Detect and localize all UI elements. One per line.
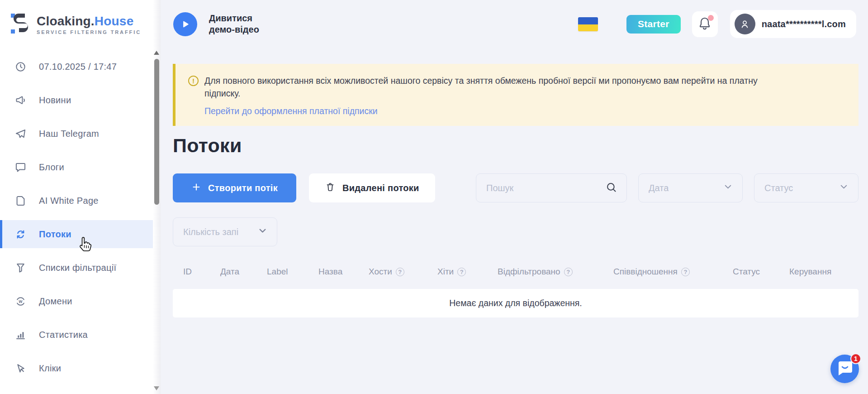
sidebar-item-streams[interactable]: Потоки [0, 220, 153, 248]
sidebar-item-label: Кліки [39, 363, 61, 374]
chat-bubble-icon [14, 161, 27, 173]
main-content: Дивитися демо-відео Starter naata*******… [161, 0, 868, 394]
user-menu[interactable]: naata**********l.com [730, 10, 856, 38]
sidebar-item-blogs[interactable]: Блоги [0, 153, 153, 181]
notifications-button[interactable] [692, 11, 718, 37]
plus-icon [191, 182, 201, 194]
column-header-id: ID [183, 267, 220, 277]
demo-video-button[interactable]: Дивитися демо-відео [173, 12, 259, 36]
brand-tagline: SERVICE FILTERING TRAFFIC [37, 29, 141, 35]
sidebar-item-filter-lists[interactable]: Списки фільтрації [0, 254, 153, 282]
sidebar-item-statistics[interactable]: Статистика [0, 321, 153, 349]
language-flag-ukraine[interactable] [578, 17, 598, 31]
chat-widget-button[interactable]: 1 [830, 355, 859, 383]
clock-icon [14, 61, 27, 73]
chevron-down-icon [723, 182, 733, 194]
brand-logo-icon [11, 12, 31, 37]
bar-chart-icon [14, 329, 27, 341]
help-icon[interactable]: ? [564, 268, 573, 276]
per-page-select[interactable]: Кількість запі [173, 217, 277, 246]
column-header-status: Статус [733, 267, 789, 277]
sidebar-item-label: Статистика [39, 330, 88, 340]
chevron-down-icon [257, 226, 268, 238]
column-header-label: Label [267, 267, 318, 277]
help-icon[interactable]: ? [681, 268, 690, 276]
table-header: ID Дата Label Назва Хости? Хіти? Відфіль… [173, 260, 859, 283]
sidebar-item-label: 07.10.2025 / 17:47 [39, 62, 117, 72]
sidebar-item-clicks[interactable]: Кліки [0, 354, 153, 382]
column-header-actions: Керування [789, 267, 831, 277]
toolbar-secondary: Кількість запі [173, 217, 277, 246]
table-empty-state: Немає даних для відображення. [173, 289, 859, 317]
scrollbar-thumb[interactable] [154, 59, 159, 205]
avatar [735, 14, 755, 34]
sidebar-item-telegram[interactable]: Наш Telegram [0, 120, 153, 148]
empty-message: Немає даних для відображення. [449, 298, 582, 308]
column-header-name: Назва [318, 267, 369, 277]
sidebar-item-datetime: 07.10.2025 / 17:47 [0, 53, 153, 81]
date-filter-select[interactable]: Дата [638, 173, 743, 202]
toolbar: Створити потік Видалені потоки Дата Стат… [173, 173, 859, 202]
page-title: Потоки [173, 135, 242, 157]
sidebar-item-label: Новини [39, 95, 71, 106]
column-header-hosts: Хости? [369, 267, 437, 277]
topbar-right: Starter naata**********l.com [578, 10, 856, 38]
notification-dot [708, 15, 714, 21]
search-input[interactable] [486, 183, 605, 193]
column-header-hits: Хіти? [437, 267, 498, 277]
deleted-streams-button[interactable]: Видалені потоки [309, 173, 435, 202]
telegram-icon [14, 128, 27, 140]
sidebar-scrollbar[interactable] [153, 0, 161, 394]
brand-logo[interactable]: Cloaking.House SERVICE FILTERING TRAFFIC [11, 12, 141, 37]
sidebar-item-label: Потоки [39, 229, 71, 240]
upgrade-subscription-link[interactable]: Перейти до оформлення платної підписки [204, 106, 378, 116]
column-header-date: Дата [220, 267, 267, 277]
sidebar-item-news[interactable]: Новини [0, 86, 153, 114]
scrollbar-up-arrow[interactable] [154, 51, 159, 55]
sidebar-item-ai-white-page[interactable]: AI White Page [0, 187, 153, 215]
help-icon[interactable]: ? [457, 268, 466, 276]
create-stream-button[interactable]: Створити потік [173, 173, 296, 202]
sidebar-item-label: Наш Telegram [39, 129, 99, 139]
cursor-icon [14, 362, 27, 375]
status-filter-select[interactable]: Статус [754, 173, 859, 202]
globe-w-icon: w [14, 295, 27, 308]
scrollbar-down-arrow[interactable] [154, 386, 159, 390]
plan-badge[interactable]: Starter [626, 15, 681, 34]
topbar: Дивитися демо-відео Starter naata*******… [161, 0, 868, 48]
trial-warning-banner: ! Для повного використання всіх можливос… [173, 64, 859, 126]
sidebar: Cloaking.House SERVICE FILTERING TRAFFIC… [0, 0, 161, 394]
svg-text:w: w [18, 299, 22, 304]
sidebar-item-domains[interactable]: w Домени [0, 287, 153, 315]
megaphone-icon [14, 94, 27, 106]
demo-video-label: Дивитися демо-відео [209, 13, 259, 35]
search-icon[interactable] [605, 181, 617, 195]
sidebar-item-label: Списки фільтрації [39, 263, 116, 273]
play-icon[interactable] [173, 12, 197, 36]
help-icon[interactable]: ? [396, 268, 404, 276]
page-icon [14, 195, 27, 207]
user-email: naata**********l.com [762, 19, 846, 29]
sync-icon [14, 228, 27, 240]
search-field[interactable] [476, 173, 627, 202]
sidebar-item-label: AI White Page [39, 196, 99, 206]
column-header-filtered: Відфільтровано? [498, 267, 613, 277]
chat-unread-badge: 1 [850, 353, 861, 364]
chat-bubble-smile-icon [837, 360, 853, 378]
sidebar-nav: 07.10.2025 / 17:47 Новини Наш Telegram Б… [0, 53, 153, 388]
warning-icon: ! [188, 76, 199, 86]
column-header-ratio: Співвідношення? [613, 267, 733, 277]
funnel-icon [14, 262, 27, 274]
sidebar-item-label: Домени [39, 296, 72, 307]
banner-message: Для повного використання всіх можливосте… [204, 74, 758, 100]
chevron-down-icon [839, 182, 849, 194]
sidebar-item-label: Блоги [39, 162, 64, 173]
trash-icon [325, 182, 336, 195]
brand-name: Cloaking.House [37, 14, 141, 28]
